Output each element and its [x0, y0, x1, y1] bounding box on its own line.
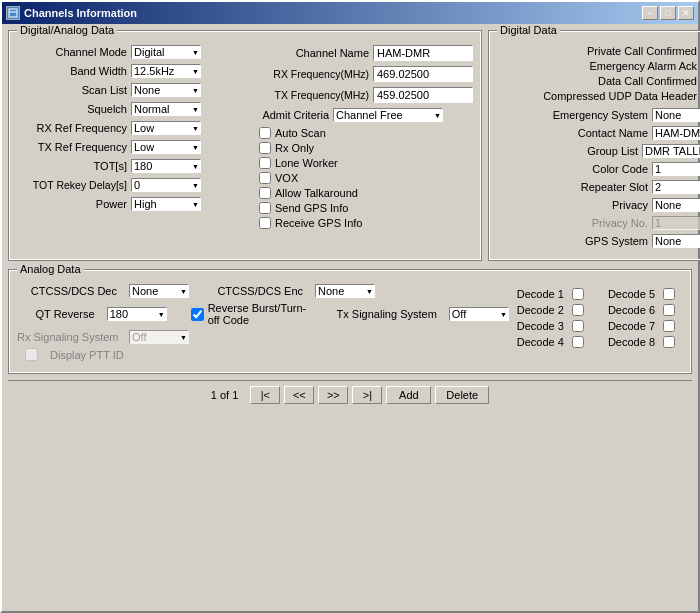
lone-worker-checkbox[interactable]	[259, 157, 271, 169]
reverse-burst-checkbox[interactable]	[191, 308, 204, 321]
private-call-label: Private Call Confirmed	[587, 45, 697, 57]
admit-criteria-label: Admit Criteria	[249, 109, 329, 121]
privacy-no-select[interactable]: 1	[652, 216, 700, 230]
scan-list-select[interactable]: None	[131, 83, 201, 97]
rx-only-checkbox[interactable]	[259, 142, 271, 154]
auto-scan-checkbox[interactable]	[259, 127, 271, 139]
band-width-label: Band Width	[17, 65, 127, 77]
contact-name-label: Contact Name	[497, 127, 652, 139]
group-list-label: Group List	[497, 145, 642, 157]
squelch-select[interactable]: Normal Tight	[131, 102, 201, 116]
rx-signaling-select[interactable]: Off	[129, 330, 189, 344]
tx-ref-freq-label: TX Ref Frequency	[17, 141, 127, 153]
color-code-label: Color Code	[497, 163, 652, 175]
decode-col-2: Decode 5 Decode 6 Decode 7 Decode 8	[608, 288, 675, 352]
ctcss-dec-select[interactable]: None	[129, 284, 189, 298]
channel-mode-select[interactable]: Digital Analog Mixed	[131, 45, 201, 59]
rx-ref-freq-label: RX Ref Frequency	[17, 122, 127, 134]
decode8-label: Decode 8	[608, 336, 655, 348]
emergency-alarm-label: Emergency Alarm Ack	[589, 60, 697, 72]
squelch-label: Squelch	[17, 103, 127, 115]
digital-analog-label: Digital/Analog Data	[17, 24, 117, 36]
qt-reverse-label: QT Reverse	[17, 308, 95, 320]
tot-select[interactable]: 180	[131, 159, 201, 173]
channel-name-input[interactable]	[373, 45, 473, 61]
last-button[interactable]: >|	[352, 386, 382, 404]
scan-list-label: Scan List	[17, 84, 127, 96]
rx-freq-input[interactable]	[373, 66, 473, 82]
close-button[interactable]: ✕	[678, 6, 694, 20]
display-ptt-label: Display PTT ID	[50, 349, 124, 361]
privacy-label: Privacy	[497, 199, 652, 211]
prev-button[interactable]: <<	[284, 386, 314, 404]
contact-name-select[interactable]: HAM-DMR	[652, 126, 700, 140]
channel-name-label: Channel Name	[249, 47, 369, 59]
next-button[interactable]: >>	[318, 386, 348, 404]
ctcss-enc-label: CTCSS/DCS Enc	[213, 285, 303, 297]
send-gps-checkbox[interactable]	[259, 202, 271, 214]
allow-talkaround-checkbox[interactable]	[259, 187, 271, 199]
window-icon	[6, 6, 20, 20]
gps-system-select[interactable]: None	[652, 234, 700, 248]
rx-ref-freq-select[interactable]: Low Medium High	[131, 121, 201, 135]
decode6-label: Decode 6	[608, 304, 655, 316]
analog-data-label: Analog Data	[17, 263, 84, 275]
lone-worker-label: Lone Worker	[275, 157, 338, 169]
minimize-button[interactable]: −	[642, 6, 658, 20]
privacy-select[interactable]: None	[652, 198, 700, 212]
decode4-label: Decode 4	[517, 336, 564, 348]
emergency-system-select[interactable]: None	[652, 108, 700, 122]
vox-checkbox[interactable]	[259, 172, 271, 184]
decode-col-1: Decode 1 Decode 2 Decode 3 Decode 4	[517, 288, 584, 352]
svg-rect-0	[9, 9, 17, 17]
main-window: Channels Information − □ ✕ Digital/Analo…	[0, 0, 700, 613]
tx-ref-freq-select[interactable]: Low Medium High	[131, 140, 201, 154]
decode7-label: Decode 7	[608, 320, 655, 332]
rx-signaling-label: Rx Signaling System	[17, 331, 117, 343]
decode4-checkbox[interactable]	[572, 336, 584, 348]
admit-criteria-select[interactable]: Always Channel Free Color Code Free	[333, 108, 443, 122]
maximize-button[interactable]: □	[660, 6, 676, 20]
decode3-label: Decode 3	[517, 320, 564, 332]
qt-reverse-select[interactable]: 180 120	[107, 307, 167, 321]
title-bar: Channels Information − □ ✕	[2, 2, 698, 24]
digital-analog-group: Digital/Analog Data Channel Mode Digital…	[8, 30, 482, 261]
tx-freq-label: TX Frequency(MHz)	[249, 89, 369, 101]
receive-gps-label: Receive GPS Info	[275, 217, 362, 229]
group-list-select[interactable]: DMR TALLIN	[642, 144, 700, 158]
decode8-checkbox[interactable]	[663, 336, 675, 348]
delete-button[interactable]: Delete	[435, 386, 489, 404]
add-button[interactable]: Add	[386, 386, 431, 404]
rx-freq-label: RX Frequency(MHz)	[249, 68, 369, 80]
power-label: Power	[17, 198, 127, 210]
decode1-checkbox[interactable]	[572, 288, 584, 300]
auto-scan-label: Auto Scan	[275, 127, 326, 139]
decode6-checkbox[interactable]	[663, 304, 675, 316]
decode3-checkbox[interactable]	[572, 320, 584, 332]
tot-label: TOT[s]	[17, 160, 127, 172]
decode2-checkbox[interactable]	[572, 304, 584, 316]
first-button[interactable]: |<	[250, 386, 280, 404]
ctcss-enc-select[interactable]: None	[315, 284, 375, 298]
decode5-checkbox[interactable]	[663, 288, 675, 300]
decode1-label: Decode 1	[517, 288, 564, 300]
rx-only-label: Rx Only	[275, 142, 314, 154]
display-ptt-checkbox[interactable]	[25, 348, 38, 361]
decode7-checkbox[interactable]	[663, 320, 675, 332]
gps-system-label: GPS System	[497, 235, 652, 247]
compressed-udp-label: Compressed UDP Data Header	[543, 90, 697, 102]
power-select[interactable]: Low High	[131, 197, 201, 211]
band-width-select[interactable]: 12.5kHz 25kHz	[131, 64, 201, 78]
tx-signaling-select[interactable]: Off	[449, 307, 509, 321]
tot-rekey-select[interactable]: 0	[131, 178, 201, 192]
digital-data-label: Digital Data	[497, 24, 560, 36]
send-gps-label: Send GPS Info	[275, 202, 348, 214]
channel-mode-label: Channel Mode	[17, 46, 127, 58]
repeater-slot-select[interactable]: 1 2	[652, 180, 700, 194]
analog-data-group: Analog Data CTCSS/DCS Dec None CTCSS/DCS…	[8, 269, 692, 374]
window-title: Channels Information	[24, 7, 137, 19]
tx-freq-input[interactable]	[373, 87, 473, 103]
digital-data-group: Digital Data Private Call Confirmed Emer…	[488, 30, 700, 261]
receive-gps-checkbox[interactable]	[259, 217, 271, 229]
color-code-select[interactable]: 1	[652, 162, 700, 176]
